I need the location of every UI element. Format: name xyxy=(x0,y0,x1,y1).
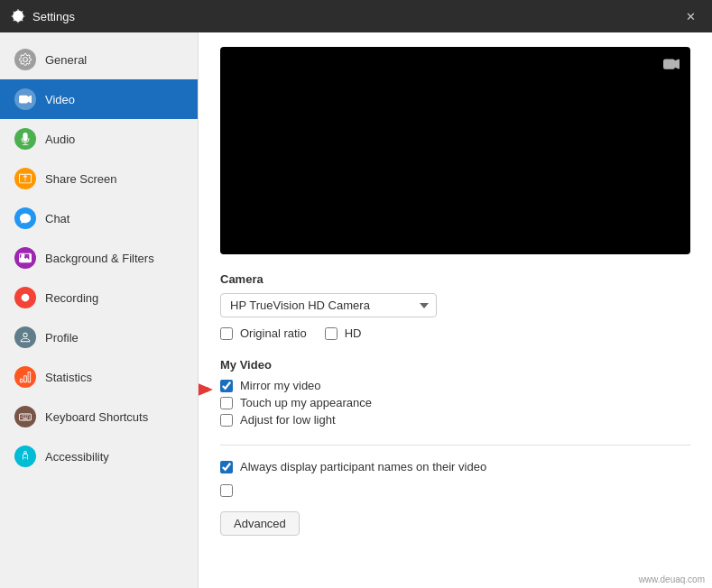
svg-point-0 xyxy=(22,294,30,302)
red-arrow xyxy=(199,377,216,402)
sidebar-label-general: General xyxy=(45,53,87,67)
sidebar-item-accessibility[interactable]: Accessibility xyxy=(0,436,198,476)
sidebar-item-statistics[interactable]: Statistics xyxy=(0,357,198,397)
touch-up-label: Touch up my appearance xyxy=(240,396,372,409)
camera-section: Camera HP TrueVision HD Camera Original … xyxy=(220,272,690,344)
sidebar-item-profile[interactable]: Profile xyxy=(0,317,198,357)
sidebar-label-sharescreen: Share Screen xyxy=(45,172,117,186)
close-button[interactable]: ✕ xyxy=(680,5,701,27)
always-display-row: Always display participant names on thei… xyxy=(220,460,690,473)
sidebar-label-statistics: Statistics xyxy=(45,371,92,384)
general-icon xyxy=(14,49,36,70)
mirror-video-row: Mirror my video xyxy=(220,379,690,392)
window-title: Settings xyxy=(32,10,75,23)
title-bar: Settings ✕ xyxy=(0,0,712,32)
camera-options: Original ratio HD xyxy=(220,326,690,344)
always-display-checkbox[interactable] xyxy=(220,461,233,473)
camera-label: Camera xyxy=(220,272,690,286)
sidebar-item-recording[interactable]: Recording xyxy=(0,278,198,317)
camera-toggle-icon[interactable] xyxy=(663,56,680,76)
audio-icon xyxy=(14,128,36,150)
content-area: Camera HP TrueVision HD Camera Original … xyxy=(199,32,712,588)
mirror-video-label: Mirror my video xyxy=(240,379,321,392)
sidebar-label-accessibility: Accessibility xyxy=(45,450,109,464)
settings-icon xyxy=(11,9,25,23)
chat-icon xyxy=(14,207,36,229)
original-ratio-row: Original ratio xyxy=(220,326,307,340)
sidebar-label-chat: Chat xyxy=(45,212,69,225)
touch-up-row: Touch up my appearance xyxy=(220,396,690,409)
mirror-video-checkbox[interactable] xyxy=(220,380,233,392)
sidebar-label-background: Background & Filters xyxy=(45,252,154,265)
recording-icon xyxy=(14,287,36,308)
adjust-light-label: Adjust for low light xyxy=(240,413,336,427)
sidebar-label-profile: Profile xyxy=(45,331,79,345)
sidebar-item-general[interactable]: General xyxy=(0,40,198,79)
adjust-light-checkbox[interactable] xyxy=(220,414,233,427)
profile-icon xyxy=(14,326,36,348)
mirror-row-container: Mirror my video xyxy=(220,379,690,392)
my-video-section: My Video Mirror my video xyxy=(220,358,690,427)
extra-checkbox-row xyxy=(220,484,690,497)
hd-row: HD xyxy=(325,326,362,340)
sidebar-item-audio[interactable]: Audio xyxy=(0,119,198,159)
sidebar-label-audio: Audio xyxy=(45,133,75,146)
hd-checkbox[interactable] xyxy=(325,327,338,340)
advanced-button[interactable]: Advanced xyxy=(220,511,300,536)
sidebar-item-keyboard[interactable]: Keyboard Shortcuts xyxy=(0,397,198,436)
keyboard-icon xyxy=(14,406,36,427)
sharescreen-icon xyxy=(14,168,36,189)
hd-label: HD xyxy=(345,326,362,340)
background-icon xyxy=(14,247,36,269)
original-ratio-checkbox[interactable] xyxy=(220,327,233,340)
adjust-light-row: Adjust for low light xyxy=(220,413,690,427)
camera-select-row: HP TrueVision HD Camera xyxy=(220,293,690,317)
sidebar-label-video: Video xyxy=(45,93,75,106)
sidebar-label-keyboard: Keyboard Shortcuts xyxy=(45,410,148,424)
divider xyxy=(220,445,690,446)
sidebar-label-recording: Recording xyxy=(45,291,98,305)
accessibility-icon xyxy=(14,446,36,467)
sidebar-item-sharescreen[interactable]: Share Screen xyxy=(0,159,198,198)
always-display-label: Always display participant names on thei… xyxy=(240,460,486,473)
sidebar-item-chat[interactable]: Chat xyxy=(0,198,198,238)
original-ratio-label: Original ratio xyxy=(240,326,307,340)
touch-up-checkbox[interactable] xyxy=(220,397,233,409)
statistics-icon xyxy=(14,366,36,388)
video-icon xyxy=(14,88,36,110)
sidebar: General Video Audio xyxy=(0,32,199,588)
camera-dropdown[interactable]: HP TrueVision HD Camera xyxy=(220,293,437,317)
extra-checkbox[interactable] xyxy=(220,484,233,497)
my-video-label: My Video xyxy=(220,358,690,372)
sidebar-item-background[interactable]: Background & Filters xyxy=(0,238,198,278)
sidebar-item-video[interactable]: Video xyxy=(0,79,198,119)
video-preview xyxy=(220,47,690,254)
watermark: www.deuaq.com xyxy=(639,574,705,584)
